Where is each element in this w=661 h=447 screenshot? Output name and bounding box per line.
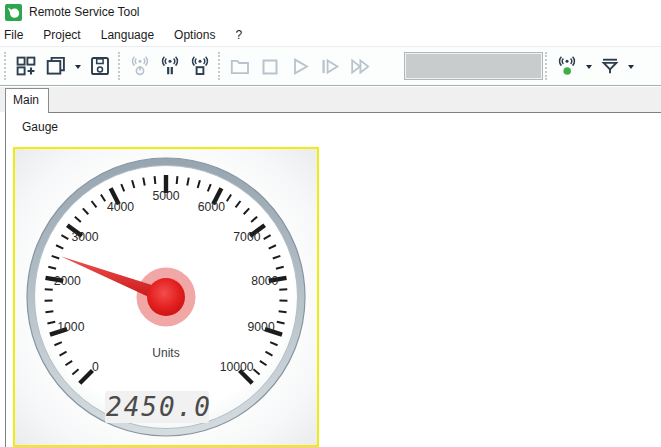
filter-icon bbox=[599, 55, 621, 77]
filter-dropdown[interactable] bbox=[624, 51, 638, 81]
filter-button[interactable] bbox=[596, 51, 624, 81]
gauge-widget[interactable]: 0100020003000400050006000700080009000100… bbox=[13, 147, 319, 447]
chevron-down-icon bbox=[628, 65, 634, 72]
connect-button[interactable] bbox=[125, 51, 155, 81]
step-forward-icon bbox=[319, 55, 341, 77]
tab-main[interactable]: Main bbox=[5, 88, 49, 113]
title-bar: Remote Service Tool bbox=[0, 0, 661, 24]
tab-strip bbox=[0, 87, 661, 112]
svg-text:1000: 1000 bbox=[57, 320, 84, 334]
window-title: Remote Service Tool bbox=[29, 5, 140, 19]
svg-text:8000: 8000 bbox=[251, 274, 278, 288]
svg-text:10000: 10000 bbox=[220, 360, 254, 374]
toolbar-grip[interactable] bbox=[4, 52, 8, 80]
connection-pause-icon bbox=[159, 55, 181, 77]
chevron-down-icon bbox=[586, 65, 592, 72]
save-icon bbox=[89, 55, 111, 77]
add-view-button[interactable] bbox=[11, 51, 41, 81]
svg-text:0: 0 bbox=[92, 360, 99, 374]
toolbar bbox=[0, 46, 661, 86]
cascade-windows-button[interactable] bbox=[41, 51, 71, 81]
chevron-down-icon bbox=[75, 65, 81, 72]
tab-label: Main bbox=[13, 93, 39, 107]
menu-bar: File Project Language Options ? bbox=[0, 24, 661, 46]
toolbar-grip[interactable] bbox=[218, 52, 222, 80]
svg-text:3000: 3000 bbox=[72, 230, 99, 244]
menu-file[interactable]: File bbox=[0, 25, 33, 45]
connection-status-dropdown[interactable] bbox=[582, 51, 596, 81]
gauge-hub bbox=[147, 278, 185, 316]
svg-text:6000: 6000 bbox=[198, 200, 225, 214]
play-icon bbox=[289, 55, 311, 77]
connect-power-icon bbox=[129, 55, 151, 77]
connection-pause-button[interactable] bbox=[155, 51, 185, 81]
app-icon bbox=[5, 4, 22, 21]
remote-service-tool-window: Remote Service Tool File Project Languag… bbox=[0, 0, 661, 447]
status-dot-green bbox=[563, 67, 571, 75]
menu-project[interactable]: Project bbox=[33, 25, 90, 45]
svg-text:7000: 7000 bbox=[233, 230, 260, 244]
status-display bbox=[405, 53, 542, 79]
svg-text:2000: 2000 bbox=[54, 274, 81, 288]
toolbar-grip[interactable] bbox=[545, 52, 549, 80]
fast-forward-button[interactable] bbox=[345, 51, 375, 81]
step-forward-button[interactable] bbox=[315, 51, 345, 81]
connection-status-button[interactable] bbox=[552, 51, 582, 81]
gauge-group-label: Gauge bbox=[22, 120, 58, 134]
folder-icon bbox=[229, 55, 251, 77]
svg-text:5000: 5000 bbox=[152, 189, 179, 203]
gauge-units-label: Units bbox=[152, 346, 179, 360]
open-log-button[interactable] bbox=[225, 51, 255, 81]
svg-text:9000: 9000 bbox=[248, 320, 275, 334]
toolbar-grip[interactable] bbox=[118, 52, 122, 80]
cascade-windows-dropdown[interactable] bbox=[71, 51, 85, 81]
svg-text:4000: 4000 bbox=[107, 200, 134, 214]
gauge-lcd-value: 2450.0 bbox=[106, 392, 212, 422]
stop-icon bbox=[259, 55, 281, 77]
playback-stop-button[interactable] bbox=[255, 51, 285, 81]
connection-stop-icon bbox=[189, 55, 211, 77]
cascade-windows-icon bbox=[45, 55, 67, 77]
connection-stop-button[interactable] bbox=[185, 51, 215, 81]
add-view-icon bbox=[15, 55, 37, 77]
menu-language[interactable]: Language bbox=[91, 25, 164, 45]
menu-help[interactable]: ? bbox=[225, 25, 252, 45]
tab-page-main: Gauge 0100020003000400050006000700080009… bbox=[5, 112, 661, 447]
playback-play-button[interactable] bbox=[285, 51, 315, 81]
connection-status-icon bbox=[555, 54, 579, 78]
gauge: 0100020003000400050006000700080009000100… bbox=[24, 155, 308, 439]
fast-forward-icon bbox=[349, 55, 371, 77]
menu-options[interactable]: Options bbox=[164, 25, 225, 45]
save-button[interactable] bbox=[85, 51, 115, 81]
